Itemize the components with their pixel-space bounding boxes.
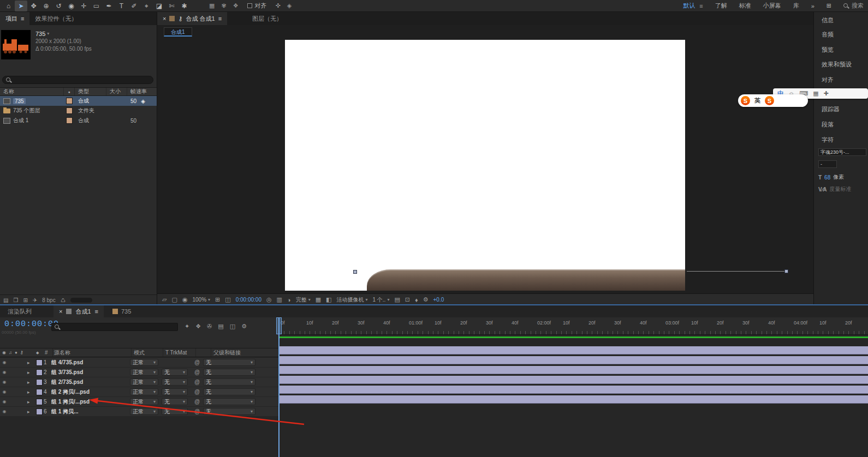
timeline-layer-row-1[interactable]: ◉ ▸ 1 组 4/735.psd 正常▾ ▾ @ 无▾ <box>0 358 278 368</box>
layer-name[interactable]: 组 1 拷贝/...psd <box>51 398 130 406</box>
layer-color-chip[interactable] <box>37 380 42 385</box>
ime-toolbox-icon[interactable]: ▦ <box>813 90 818 97</box>
render-queue-icon[interactable]: ✈ <box>33 297 37 303</box>
motion-blur-icon[interactable]: ◫ <box>230 323 235 330</box>
panel-character[interactable]: 字符 <box>822 136 834 144</box>
layer-parent-dropdown[interactable]: 无▾ <box>203 359 255 366</box>
panel-menu-icon[interactable]: ≡ <box>21 15 24 22</box>
label-color-chip[interactable] <box>67 108 72 113</box>
always-preview-icon[interactable]: ▱ <box>162 296 167 303</box>
shape-tool[interactable]: ▭ <box>90 1 103 11</box>
tab-layer[interactable]: 图层（无） <box>252 15 282 23</box>
ime-more-icon[interactable]: ✚ <box>824 90 829 97</box>
workspace-tab-standard[interactable]: 标准 <box>739 2 751 10</box>
layer-duration-bar-6[interactable] <box>280 395 868 404</box>
camera-dropdown[interactable]: 活动摄像机 ▾ <box>336 296 367 304</box>
column-name[interactable]: 名称 <box>0 88 64 95</box>
exposure-value[interactable]: +0.0 <box>433 297 444 303</box>
layer-name[interactable]: 组 1 拷贝... <box>51 408 130 416</box>
tab-render-queue[interactable]: 渲染队列 <box>0 308 39 316</box>
panel-info[interactable]: 信息 <box>822 16 834 25</box>
viewer-current-time[interactable]: 0:00:00:00 <box>236 297 261 303</box>
tab-composition[interactable]: × ⚷ 合成 合成1 ≡ <box>157 12 227 25</box>
pixel-aspect-icon[interactable]: ▤ <box>394 296 400 303</box>
viewer-panel-menu-icon[interactable]: ≡ <box>218 15 222 22</box>
ime-logo-icon[interactable]: S <box>741 96 750 105</box>
snap-option-icon-1[interactable]: ✜ <box>276 2 281 9</box>
mask-toggle-icon[interactable]: ◫ <box>225 296 230 303</box>
timeline-layer-row-6[interactable]: ◉ ▸ 6 组 1 拷贝... 正常▾ 无▾ @ 无▾ <box>0 407 278 417</box>
tab-timeline-comp1[interactable]: × 合成1 ≡ <box>53 305 104 317</box>
layer-visibility-icon[interactable]: ◉ <box>0 380 9 384</box>
viewer-lock-icon[interactable]: ⚷ <box>178 15 182 22</box>
tab-timeline-735[interactable]: 735 <box>112 308 131 315</box>
parent-link-column-header[interactable]: 父级和链接 <box>211 348 278 357</box>
clone-stamp-tool[interactable]: ⌖ <box>140 1 153 11</box>
project-search-input[interactable] <box>14 77 150 83</box>
workspace-tab-default[interactable]: 默认 <box>683 2 695 10</box>
project-row-735[interactable]: 735 合成 50 ◈ <box>0 96 157 106</box>
layer-parent-dropdown[interactable]: 无▾ <box>203 378 255 386</box>
delete-item-icon[interactable]: ♺ <box>61 297 66 303</box>
workspace-menu-icon[interactable]: ≡ <box>699 3 703 9</box>
timeline-layer-row-5[interactable]: ◉ ▸ 5 组 1 拷贝/...psd 正常▾ 无▾ @ 无▾ <box>0 397 278 407</box>
layer-duration-bar-4[interactable] <box>280 376 868 384</box>
layer-mode-dropdown[interactable]: 正常▾ <box>130 359 158 366</box>
parent-pickwhip-icon[interactable]: @ <box>191 369 203 375</box>
timeline-panel-menu-icon[interactable]: ≡ <box>95 308 98 315</box>
exposure-gear-icon[interactable]: ⚙ <box>423 296 429 303</box>
label-color-chip[interactable] <box>67 118 72 123</box>
layer-expand-arrow[interactable]: ▸ <box>27 380 35 385</box>
layer-mode-dropdown[interactable]: 正常▾ <box>130 369 158 376</box>
layer-duration-bar-5[interactable] <box>280 386 868 394</box>
tab-close-icon[interactable]: × <box>59 308 62 315</box>
trkmat-column-header[interactable]: T TrkMat <box>163 348 195 357</box>
layer-handle[interactable] <box>784 269 788 273</box>
layer-trkmat-dropdown[interactable]: 无▾ <box>162 408 188 415</box>
font-family-dropdown[interactable]: 字魂230号-... <box>818 148 866 156</box>
layer-duration-bar-2[interactable] <box>280 356 868 364</box>
show-snapshot-icon[interactable]: ▥ <box>277 296 282 303</box>
selected-item-name[interactable]: 735 <box>35 30 45 38</box>
layer-expand-arrow[interactable]: ▸ <box>27 389 35 395</box>
layer-name[interactable]: 组 4/735.psd <box>51 359 130 366</box>
workspace-overflow-icon[interactable]: » <box>811 3 815 9</box>
tab-close-icon[interactable]: × <box>163 15 166 22</box>
item-name-dropdown-icon[interactable]: ▾ <box>47 30 49 38</box>
column-framerate[interactable]: 帧速率 <box>127 88 157 95</box>
layer-parent-dropdown[interactable]: 无▾ <box>203 369 255 376</box>
panel-grid-icon[interactable]: ⊞ <box>827 2 831 9</box>
layer-color-chip[interactable] <box>37 389 42 395</box>
timeline-jump-icon[interactable]: ♦ <box>415 297 418 303</box>
layer-trkmat-dropdown[interactable]: 无▾ <box>162 369 188 376</box>
project-row-comp1[interactable]: 合成 1 合成 50 <box>0 116 157 125</box>
layer-duration-bar-3[interactable] <box>280 366 868 374</box>
snap-checkbox[interactable] <box>247 3 252 8</box>
zoom-tool[interactable]: ⊕ <box>40 1 52 11</box>
interpret-footage-icon[interactable]: ▤ <box>3 297 8 303</box>
layer-parent-dropdown[interactable]: 无▾ <box>203 408 255 415</box>
layer-duration-bar-1[interactable] <box>280 346 868 354</box>
camera-tool[interactable]: ◉ <box>65 1 78 11</box>
kerning-value[interactable]: 度量标准 <box>830 185 852 193</box>
ime-language-label[interactable]: 英 <box>754 97 760 105</box>
layer-parent-dropdown[interactable]: 无▾ <box>203 388 255 395</box>
workspace-tab-libraries[interactable]: 库 <box>793 2 799 10</box>
workspace-tab-learn[interactable]: 了解 <box>715 2 727 10</box>
pan-behind-tool[interactable]: ✛ <box>78 1 90 11</box>
snap-option-icon-2[interactable]: ◈ <box>287 2 292 9</box>
home-tool[interactable]: ⌂ <box>2 1 15 11</box>
timeline-current-time[interactable]: 0:00:00:00 <box>4 320 59 329</box>
draft-3d-icon[interactable]: ❖ <box>195 323 201 330</box>
fast-previews-icon[interactable]: ⊡ <box>405 296 410 303</box>
parent-pickwhip-icon[interactable]: @ <box>191 389 203 395</box>
column-size[interactable]: 大小 <box>106 88 127 95</box>
layer-trkmat-dropdown[interactable]: 无▾ <box>162 388 188 395</box>
layer-name[interactable]: 组 2/735.psd <box>51 378 130 386</box>
layer-visibility-icon[interactable]: ◉ <box>0 399 9 404</box>
layer-expand-arrow[interactable]: ▸ <box>27 370 35 375</box>
ground-shape-layer[interactable] <box>367 269 685 291</box>
panel-preview[interactable]: 预览 <box>822 46 834 54</box>
mode-column-header[interactable]: 模式 <box>131 348 163 357</box>
channel-icon[interactable]: ◑ <box>287 297 291 303</box>
